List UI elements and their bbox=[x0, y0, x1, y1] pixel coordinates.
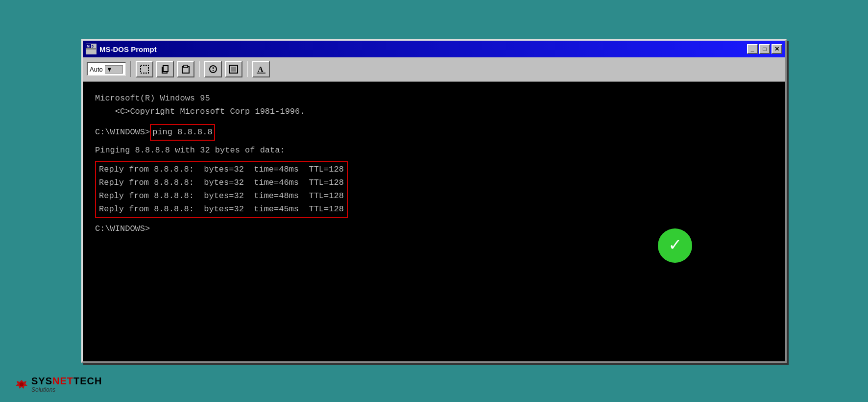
svg-text:5: 5 bbox=[92, 45, 94, 48]
success-badge: ✓ bbox=[658, 228, 692, 263]
fullscreen-button[interactable] bbox=[225, 61, 242, 77]
reply-line-4: Reply from 8.8.8.8: bytes=32 time=45ms T… bbox=[99, 202, 344, 216]
reply-line-2: Reply from 8.8.8.8: bytes=32 time=46ms T… bbox=[99, 176, 344, 189]
reply-line-1: Reply from 8.8.8.8: bytes=32 time=48ms T… bbox=[99, 163, 344, 176]
watermark-net: NET bbox=[52, 376, 73, 386]
svg-text:M: M bbox=[87, 45, 90, 48]
svg-point-19 bbox=[20, 382, 24, 386]
font-size-dropdown[interactable]: Auto ▼ bbox=[87, 62, 126, 76]
copy-button[interactable] bbox=[156, 61, 174, 77]
dropdown-arrow-icon: ▼ bbox=[105, 65, 123, 74]
command-line: C:\WINDOWS>ping 8.8.8.8 bbox=[95, 124, 773, 140]
paste-icon bbox=[181, 64, 191, 74]
mark-button[interactable] bbox=[136, 61, 153, 77]
watermark-logo-icon bbox=[15, 379, 28, 390]
ping-results-box: Reply from 8.8.8.8: bytes=32 time=48ms T… bbox=[95, 161, 348, 218]
font-icon: A bbox=[256, 64, 266, 74]
window-title: MS-DOS Prompt bbox=[99, 45, 747, 53]
close-button[interactable]: ✕ bbox=[772, 44, 782, 54]
toolbar-separator-2 bbox=[199, 61, 200, 77]
dos-window: M 5 MS-DOS Prompt _ □ ✕ Auto ▼ bbox=[81, 39, 787, 363]
watermark-logo: SYSNETTECH Solutions bbox=[15, 376, 102, 393]
watermark-sys: SYS bbox=[31, 376, 52, 386]
svg-text:A: A bbox=[258, 65, 264, 74]
toolbar: Auto ▼ bbox=[83, 57, 785, 82]
watermark: SYSNETTECH Solutions bbox=[15, 376, 102, 393]
svg-rect-15 bbox=[231, 67, 236, 72]
watermark-text: SYSNETTECH Solutions bbox=[31, 376, 102, 393]
command-highlight: ping 8.8.8.8 bbox=[150, 124, 215, 140]
fullscreen-icon bbox=[229, 64, 239, 74]
watermark-solutions: Solutions bbox=[31, 386, 102, 393]
reply-line-3: Reply from 8.8.8.8: bytes=32 time=48ms T… bbox=[99, 189, 344, 202]
checkmark-icon: ✓ bbox=[670, 236, 681, 255]
properties-button[interactable] bbox=[204, 61, 222, 77]
svg-rect-10 bbox=[184, 65, 188, 68]
mark-icon bbox=[140, 64, 149, 74]
pinging-line: Pinging 8.8.8.8 with 32 bytes of data: bbox=[95, 144, 773, 157]
paste-button[interactable] bbox=[177, 61, 194, 77]
msdos-icon: M 5 bbox=[86, 44, 96, 54]
terminal-area: Microsoft(R) Windows 95 <C>Copyright Mic… bbox=[83, 82, 785, 361]
properties-icon bbox=[208, 64, 218, 74]
toolbar-separator-1 bbox=[130, 61, 131, 77]
svg-rect-8 bbox=[163, 66, 168, 72]
window-controls: _ □ ✕ bbox=[747, 44, 782, 54]
maximize-button[interactable]: □ bbox=[759, 44, 770, 54]
terminal-line-1: Microsoft(R) Windows 95 bbox=[95, 92, 773, 105]
font-button[interactable]: A bbox=[252, 61, 270, 77]
minimize-button[interactable]: _ bbox=[747, 44, 758, 54]
svg-rect-6 bbox=[141, 65, 148, 73]
terminal-line-2: <C>Copyright Microsoft Corp 1981-1996. bbox=[95, 105, 773, 118]
watermark-tech: TECH bbox=[73, 376, 102, 386]
titlebar: M 5 MS-DOS Prompt _ □ ✕ bbox=[83, 41, 785, 57]
svg-rect-5 bbox=[86, 48, 96, 50]
dropdown-value: Auto bbox=[90, 66, 105, 73]
prompt-text: C:\WINDOWS> bbox=[95, 126, 150, 139]
toolbar-separator-3 bbox=[247, 61, 248, 77]
copy-icon bbox=[160, 64, 170, 74]
